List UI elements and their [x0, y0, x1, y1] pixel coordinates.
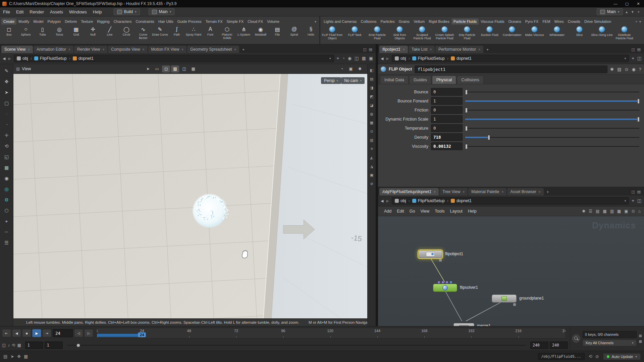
lock-icon[interactable]: ◉ — [632, 67, 635, 72]
playhead[interactable]: 24 — [138, 332, 146, 337]
shelf-tab-fem[interactable]: FEM — [540, 18, 552, 25]
pane-menu-icon[interactable]: ▤ — [637, 190, 641, 194]
shelf-tool-drip-particle-fluid[interactable]: Drip Particle Fluid — [456, 25, 478, 44]
shelf-tool-circle[interactable]: ◯Circle — [118, 25, 135, 44]
key-all-channels-button[interactable]: Key All Channels ▾ — [583, 340, 637, 346]
shelf-tool-spiral[interactable]: @Spiral — [286, 25, 303, 44]
breadcrumb-item-obj[interactable]: obj — [395, 56, 406, 61]
slider-handle[interactable] — [465, 144, 468, 149]
area-select-icon[interactable]: ▦ — [189, 65, 197, 73]
character-tool-icon[interactable]: ◱ — [3, 153, 11, 161]
camera-selector[interactable]: No cam ▾ — [341, 77, 365, 84]
close-tab-icon[interactable]: × — [181, 48, 183, 51]
close-tab-icon[interactable]: × — [143, 48, 145, 51]
pane-tab-obj-flipfluidsetup-dopnet1[interactable]: /obj/FlipFluidSetup/dopnet1× — [379, 188, 439, 195]
pane-splitter[interactable] — [376, 44, 378, 326]
network-menu-layout[interactable]: Layout — [447, 208, 466, 215]
new-pane-tab-button[interactable]: + — [544, 189, 551, 195]
split-pane-icon[interactable]: ◫ — [631, 47, 635, 52]
menu-edit[interactable]: Edit — [13, 9, 26, 14]
close-tab-icon[interactable]: × — [234, 48, 236, 51]
info-icon[interactable]: ⊘ — [370, 182, 373, 186]
shelf-tool-l-system[interactable]: ⋔L-System — [235, 25, 252, 44]
current-frame-field[interactable]: 24 — [53, 329, 73, 337]
param-field-friction[interactable]: 0 — [431, 106, 463, 114]
smooth-shade-icon[interactable]: ◨ — [370, 86, 373, 90]
close-tab-icon[interactable]: × — [502, 190, 504, 194]
shelf-tab-crowds[interactable]: Crowds — [566, 18, 582, 25]
close-tab-icon[interactable]: × — [430, 48, 432, 51]
close-tab-icon[interactable]: × — [68, 48, 70, 51]
node-flipobject1[interactable]: flipobject1 — [418, 250, 442, 258]
shelf-tab-pyro-fx[interactable]: Pyro FX — [523, 18, 541, 25]
breadcrumb-item-obj[interactable]: obj — [17, 56, 28, 61]
grid-small-icon[interactable]: ▦ — [639, 334, 642, 337]
snap-options-icon[interactable]: ▦ — [24, 354, 28, 359]
param-field-temperature[interactable]: 0 — [431, 124, 463, 132]
select-components-icon[interactable]: ▭ — [153, 65, 161, 73]
pane-menu-icon[interactable]: ▤ — [637, 47, 641, 52]
grid-snap-icon[interactable]: ▦ — [603, 209, 606, 214]
edit-tool-icon[interactable]: ◉ — [3, 174, 11, 182]
lighting-icon[interactable]: ◩ — [370, 94, 373, 99]
menu-windows[interactable]: Windows — [66, 9, 90, 14]
playbar-zoom-button[interactable] — [572, 334, 580, 343]
pin-icon[interactable]: ⌖ — [632, 198, 634, 203]
shelf-tool-line[interactable]: ╱Line — [101, 25, 118, 44]
help-icon[interactable]: ? — [639, 67, 641, 72]
recook-icon[interactable]: ⟲ — [589, 354, 592, 359]
breadcrumb-item-dopnet1[interactable]: dopnet1 — [451, 198, 472, 203]
playback-options-icon[interactable]: ▦ — [17, 343, 21, 348]
close-tab-icon[interactable]: × — [102, 48, 104, 51]
range-end-field[interactable]: 240 — [530, 342, 548, 349]
range-start-field[interactable]: 1 — [25, 342, 43, 349]
node-name-field[interactable]: flipobject1 — [415, 65, 607, 73]
pane-tab-render-view[interactable]: Render View× — [74, 46, 107, 53]
network-menu-edit[interactable]: Edit — [394, 208, 407, 215]
shelf-overflow-icon[interactable]: ▾ — [639, 20, 641, 24]
shelf-tab-terrain-fx[interactable]: Terrain FX — [204, 18, 225, 25]
node-input-dot[interactable] — [449, 281, 452, 284]
back-icon[interactable]: ◀ — [3, 56, 5, 61]
menu-tool-icon[interactable]: ☰ — [3, 239, 11, 247]
sculpt-tool-icon[interactable]: ✥ — [3, 78, 11, 86]
shelf-tab-cloud-fx[interactable]: Cloud FX — [246, 18, 265, 25]
step-forward-button[interactable]: ▷ — [84, 329, 93, 337]
shelf-tool-emit-particle-fluid[interactable]: Emit Particle Fluid — [366, 25, 388, 44]
pane-tab-animation-editor[interactable]: Animation Editor× — [34, 46, 73, 53]
pin-icon[interactable]: ⌖ — [632, 56, 634, 61]
shelf-tool-make-viscous[interactable]: Make Viscous — [523, 25, 546, 44]
pane-tab-motion-fx-view[interactable]: Motion FX View× — [148, 46, 187, 53]
network-menu-tools[interactable]: Tools — [432, 208, 447, 215]
shelf-tool-null[interactable]: ✛Null — [85, 25, 101, 44]
slider-handle[interactable] — [637, 99, 640, 104]
forward-icon[interactable]: ▶ — [386, 199, 389, 203]
shelf-overflow-icon[interactable]: ▾ — [315, 20, 316, 24]
shelf-tool-font[interactable]: AFont — [202, 25, 219, 44]
shelf-tab-hair-utils[interactable]: Hair Utils — [156, 18, 175, 25]
pin-icon[interactable]: ⌖ — [337, 56, 339, 61]
select-visible-icon[interactable]: ◫ — [180, 65, 188, 73]
range-slider-handle[interactable] — [76, 344, 80, 347]
shelf-tab-modify[interactable]: Modify — [16, 18, 31, 25]
menu-file[interactable]: File — [0, 9, 13, 14]
wireframe-icon[interactable]: ▤ — [370, 77, 373, 81]
new-pane-tab-button[interactable]: + — [240, 46, 247, 53]
shelf-tab-particle-fluids[interactable]: Particle Fluids — [451, 18, 479, 25]
pane-tab-geometry-spreadsheet[interactable]: Geometry Spreadsheet× — [187, 46, 239, 53]
desktop-up-icon[interactable]: ▴ — [625, 10, 629, 14]
range-slider[interactable] — [67, 342, 526, 349]
normals-icon[interactable]: ◪ — [370, 103, 373, 107]
jump-to-end-button[interactable]: ⇥ — [42, 329, 51, 337]
param-slider-temperature[interactable] — [465, 126, 639, 131]
projection-selector[interactable]: Persp ▾ — [321, 77, 341, 84]
search-icon[interactable]: ⊙ — [632, 209, 635, 214]
jump-to-start-button[interactable]: ⇤ — [2, 329, 11, 337]
interrupt-icon[interactable]: ⊘ — [595, 354, 599, 359]
node-display-badge[interactable] — [513, 303, 516, 306]
play-backward-button[interactable]: ◀ — [12, 329, 21, 337]
node-wire[interactable] — [445, 290, 462, 321]
shelf-tab-polygon[interactable]: Polygon — [45, 18, 63, 25]
split-horizontal-icon[interactable]: ◫ — [637, 56, 641, 61]
shelf-tab-deform[interactable]: Deform — [63, 18, 79, 25]
